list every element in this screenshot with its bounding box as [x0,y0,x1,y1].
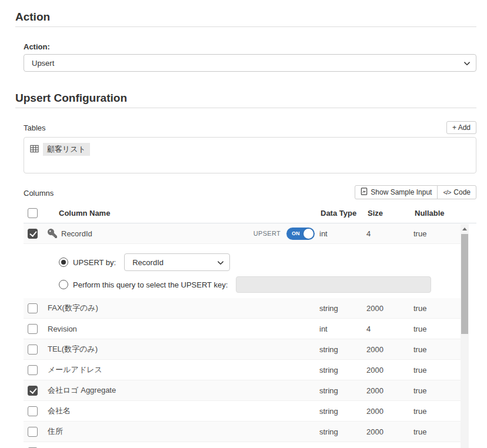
table-row[interactable]: TEL(数字のみ) string 2000 true [24,339,461,360]
row-checkbox[interactable] [28,427,38,437]
action-field-label: Action: [24,42,476,51]
upsert-by-label: UPSERT by: [73,258,116,267]
header-nullable: Nullable [415,209,462,218]
columns-table: Column Name Data Type Size Nullable Reco… [24,203,476,448]
column-data-type: string [319,407,366,416]
column-name: メールアドレス [48,365,102,375]
row-checkbox[interactable] [28,365,38,375]
column-size: 2000 [366,427,413,436]
table-row[interactable]: 会社名 string 2000 true [24,401,461,422]
table-chip[interactable]: 顧客リスト [30,143,90,156]
header-data-type: Data Type [321,209,368,218]
header-size: Size [368,209,415,218]
columns-toolbar: Show Sample Input </> Code [355,185,476,199]
row-checkbox[interactable] [28,406,38,416]
code-button[interactable]: </> Code [437,185,476,199]
column-data-type: int [319,325,366,333]
action-section-title: Action [15,11,476,24]
column-size: 2000 [366,386,413,395]
table-row[interactable]: 会社ロゴ Aggregate string 2000 true [24,380,461,401]
columns-scrollbar[interactable] [461,224,469,448]
section-divider [15,108,476,108]
key-icon [48,229,57,238]
column-data-type: string [319,304,366,313]
column-data-type: int [319,229,366,238]
column-size: 4 [366,325,413,333]
upsert-query-radio[interactable] [59,280,68,289]
column-name: 会社ロゴ Aggregate [48,385,116,396]
columns-label: Columns [24,189,54,199]
select-all-checkbox[interactable] [28,208,38,218]
section-divider [15,26,476,27]
upsert-query-label: Perform this query to select the UPSERT … [73,280,228,289]
upsert-key-config: UPSERT by: RecordId Perform this query t… [24,244,461,298]
column-nullable: true [413,229,461,238]
row-checkbox[interactable] [28,324,38,334]
table-row[interactable]: FAX(数字のみ) string 2000 true [24,298,461,319]
add-table-button[interactable]: + Add [446,121,476,134]
column-size: 2000 [366,407,413,416]
toggle-knob [303,229,313,239]
upsert-by-select-value: RecordId [132,258,164,267]
toggle-on-text: ON [292,230,300,236]
columns-rows-container: FAX(数字のみ) string 2000 true Revision int … [24,298,461,448]
column-nullable: true [413,407,461,416]
sample-document-icon [361,188,368,197]
column-nullable: true [413,427,461,436]
column-size: 4 [366,229,413,238]
column-size: 2000 [366,345,413,354]
upsert-section-title: Upsert Configuration [15,92,476,105]
table-row[interactable]: 住所 string 2000 true [24,422,461,442]
table-row[interactable]: メールアドレス string 2000 true [24,360,461,380]
upsert-toggle[interactable]: ON [286,228,315,240]
upsert-by-select[interactable]: RecordId [124,253,230,271]
row-checkbox[interactable] [28,386,38,396]
upsert-by-radio[interactable] [59,258,68,267]
scrollbar-thumb[interactable] [461,234,468,334]
code-icon: </> [443,189,451,196]
column-data-type: string [319,345,366,354]
upsert-query-input[interactable] [236,276,431,293]
column-nullable: true [413,366,461,375]
column-nullable: true [413,345,461,354]
column-size: 2000 [366,366,413,375]
upsert-label: UPSERT [253,230,281,237]
table-row[interactable]: Revision int 4 true [24,319,461,339]
column-name: Revision [48,325,77,333]
column-nullable: true [413,325,461,333]
column-name: 会社名 [48,406,71,416]
row-checkbox[interactable] [28,229,38,239]
row-checkbox[interactable] [28,345,38,355]
upsert-action-page: Action Action: Upsert Upsert Configurati… [0,0,487,448]
column-nullable: true [413,386,461,395]
column-nullable: true [413,304,461,313]
table-grid-icon [30,145,39,155]
column-name: 住所 [48,426,63,437]
column-data-type: string [319,366,366,375]
columns-table-body: RecordId UPSERT ON int 4 true [24,223,476,448]
columns-table-header: Column Name Data Type Size Nullable [24,203,476,223]
column-name: TEL(数字のみ) [48,344,98,355]
show-sample-input-button[interactable]: Show Sample Input [355,185,438,199]
row-checkbox[interactable] [28,303,38,313]
header-column-name: Column Name [44,209,321,218]
column-data-type: string [319,427,366,436]
column-name: FAX(数字のみ) [48,303,98,313]
scroll-up-button[interactable] [461,224,469,233]
column-data-type: string [319,386,366,395]
table-chip-label: 顧客リスト [43,143,90,156]
tables-label: Tables [24,123,46,134]
chevron-down-icon [463,60,471,69]
table-row[interactable]: 備考 string 2000 true [24,442,461,448]
chevron-down-icon [217,259,224,268]
table-row-recordid[interactable]: RecordId UPSERT ON int 4 true [24,223,461,244]
column-size: 2000 [366,304,413,313]
action-select[interactable]: Upsert [24,54,476,72]
scroll-up-arrow-icon [462,228,467,230]
column-name: RecordId [61,229,92,238]
tables-box: 顧客リスト [24,137,476,173]
action-select-value: Upsert [32,59,54,68]
